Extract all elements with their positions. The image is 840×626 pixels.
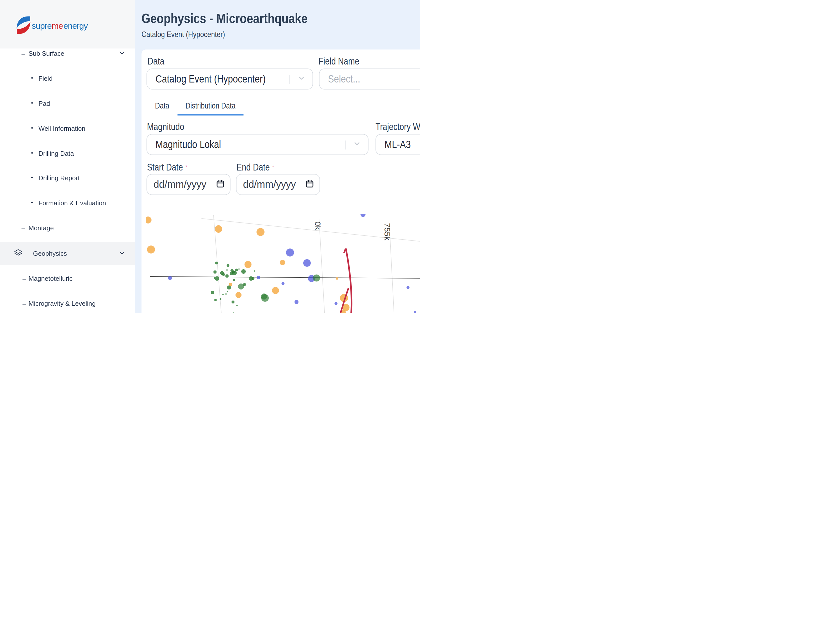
svg-text:supremeenergy: supremeenergy	[32, 21, 88, 30]
